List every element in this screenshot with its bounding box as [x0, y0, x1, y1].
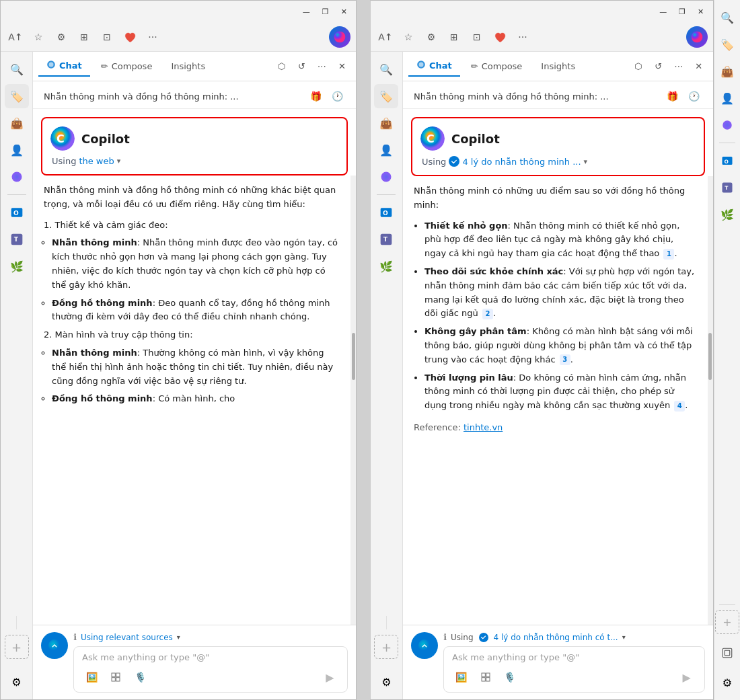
intro-para-right: Nhẫn thông minh có những ưu điểm sau so …	[414, 184, 697, 212]
favorites-icon-left[interactable]: ☆	[29, 28, 48, 46]
side-tag-icon-left[interactable]: 🏷️	[5, 84, 29, 108]
copilot-button-right[interactable]	[686, 26, 708, 48]
new-tab-btn-right[interactable]: ⬡	[630, 58, 647, 75]
far-right-teams[interactable]: T	[715, 176, 739, 200]
close-btn-left[interactable]: ✕	[337, 5, 350, 18]
more-options-btn-right[interactable]: ⋯	[670, 58, 688, 75]
scrollbar-right[interactable]	[708, 176, 713, 625]
scrollbar-left[interactable]	[350, 176, 356, 625]
input-source-badge-left[interactable]: Using relevant sources	[81, 633, 173, 642]
section2-item1-left: Nhẫn thông minh: Thường không có màn hìn…	[52, 346, 340, 388]
input-source-badge-right[interactable]: 4 lý do nhẫn thông minh có t...	[494, 633, 618, 642]
scrollbar-thumb-right[interactable]	[708, 333, 712, 380]
image-input-icon-left[interactable]: 🖼️	[82, 668, 101, 687]
split-view-icon-right[interactable]: ⊞	[445, 28, 464, 46]
side-outlook-icon-right[interactable]: O	[374, 200, 398, 225]
send-button-left[interactable]: ▶	[320, 668, 339, 687]
far-right-capture[interactable]	[718, 644, 737, 662]
far-right-search[interactable]: 🔍	[715, 5, 739, 30]
new-tab-btn-left[interactable]: ⬡	[272, 58, 290, 75]
side-bag-icon-right[interactable]: 👜	[374, 111, 398, 135]
tab-compose-left[interactable]: ✏️ Compose	[93, 57, 161, 75]
copilot-fab-right[interactable]	[411, 632, 438, 659]
far-right-add[interactable]: +	[715, 610, 739, 634]
far-right-settings[interactable]: ⚙️	[715, 670, 739, 695]
far-right-outlook[interactable]: O	[715, 149, 739, 173]
minimize-btn-left[interactable]: —	[299, 5, 313, 18]
copilot-fab-left[interactable]	[41, 632, 68, 659]
side-bag-icon-left[interactable]: 👜	[5, 111, 29, 135]
input-box-right[interactable]: Ask me anything or type "@" 🖼️ 🎙️ ▶	[443, 646, 705, 693]
tab-chat-left[interactable]: Chat	[38, 56, 90, 77]
side-add-icon-left[interactable]: +	[5, 635, 29, 659]
side-tag-icon-right[interactable]: 🏷️	[374, 84, 398, 108]
side-teams-icon-left[interactable]: T	[5, 227, 29, 251]
grid-input-icon-left[interactable]	[106, 668, 125, 687]
close-panel-btn-right[interactable]: ✕	[690, 58, 708, 75]
reference-link-right[interactable]: tinhte.vn	[464, 422, 503, 432]
more-icon-right[interactable]: ···	[513, 28, 532, 46]
side-add-icon-right[interactable]: +	[374, 635, 398, 659]
send-button-right[interactable]: ▶	[677, 668, 696, 687]
tab-insights-right[interactable]: Insights	[533, 57, 583, 75]
side-settings-icon-right[interactable]: ⚙️	[374, 670, 398, 694]
side-plant-icon-right[interactable]: 🌿	[374, 254, 398, 278]
refresh-btn-right[interactable]: ↺	[650, 58, 667, 75]
using-source-link-right[interactable]: 4 lý do nhẫn thông minh ...	[462, 157, 581, 167]
source-chevron-left[interactable]: ▾	[177, 633, 180, 641]
maximize-btn-right[interactable]: ❐	[675, 5, 689, 18]
font-icon-left[interactable]: A↑	[6, 28, 25, 46]
chat-content-right[interactable]: Nhẫn thông minh có những ưu điểm sau so …	[403, 176, 708, 625]
far-right-user[interactable]: 👤	[715, 86, 739, 110]
tab-insights-left[interactable]: Insights	[163, 57, 213, 75]
scrollbar-thumb-left[interactable]	[352, 333, 355, 380]
split-view-icon-left[interactable]: ⊞	[75, 28, 94, 46]
using-web-link-left[interactable]: the web	[79, 156, 114, 166]
maximize-btn-left[interactable]: ❐	[318, 5, 332, 18]
tab-compose-right[interactable]: ✏️ Compose	[463, 57, 531, 75]
extensions-icon-left[interactable]: ⚙	[52, 28, 71, 46]
far-right-plant[interactable]: 🌿	[715, 202, 739, 227]
tab-chat-right[interactable]: Chat	[408, 56, 460, 77]
mic-input-icon-left[interactable]: 🎙️	[131, 668, 149, 687]
svg-point-22	[418, 63, 423, 67]
side-user-icon-left[interactable]: 👤	[5, 138, 29, 162]
source-chevron-right[interactable]: ▾	[622, 633, 626, 641]
side-teams-icon-right[interactable]: T	[374, 227, 398, 251]
far-right-bag[interactable]: 👜	[715, 59, 739, 83]
grid-input-icon-right[interactable]	[476, 668, 495, 687]
far-right-circle[interactable]	[715, 113, 739, 137]
gift-icon-right[interactable]: 🎁	[665, 88, 681, 104]
favorites-icon-right[interactable]: ☆	[399, 28, 418, 46]
history-icon-right[interactable]: 🕐	[686, 88, 702, 104]
close-btn-right[interactable]: ✕	[694, 5, 708, 18]
close-panel-btn-left[interactable]: ✕	[333, 58, 350, 75]
browser-essentials-icon-right[interactable]: ⊡	[468, 28, 486, 46]
browser-essentials-icon-left[interactable]: ⊡	[98, 28, 116, 46]
far-right-tag[interactable]: 🏷️	[715, 32, 739, 56]
chat-content-left[interactable]: Nhẫn thông minh và đồng hồ thông minh có…	[33, 176, 350, 625]
side-search-icon-left[interactable]: 🔍	[5, 57, 29, 81]
health-icon-right[interactable]	[490, 28, 509, 46]
side-outlook-icon-left[interactable]: O	[5, 200, 29, 225]
health-icon-left[interactable]	[120, 28, 139, 46]
side-search-icon-right[interactable]: 🔍	[374, 57, 398, 81]
mic-input-icon-right[interactable]: 🎙️	[501, 668, 519, 687]
side-plant-icon-left[interactable]: 🌿	[5, 254, 29, 278]
font-icon-right[interactable]: A↑	[376, 28, 395, 46]
side-divider-left	[7, 194, 26, 195]
extensions-icon-right[interactable]: ⚙	[422, 28, 441, 46]
more-icon-left[interactable]: ···	[143, 28, 162, 46]
minimize-btn-right[interactable]: —	[657, 5, 670, 18]
side-circle-icon-left[interactable]	[5, 165, 29, 189]
side-settings-icon-left[interactable]: ⚙️	[5, 670, 29, 694]
copilot-button-left[interactable]	[329, 26, 350, 48]
image-input-icon-right[interactable]: 🖼️	[452, 668, 471, 687]
input-box-left[interactable]: Ask me anything or type "@" 🖼️ 🎙️ ▶	[73, 646, 348, 693]
history-icon-left[interactable]: 🕐	[329, 88, 345, 104]
side-circle-icon-right[interactable]	[374, 165, 398, 189]
side-user-icon-right[interactable]: 👤	[374, 138, 398, 162]
more-options-btn-left[interactable]: ⋯	[313, 58, 330, 75]
refresh-btn-left[interactable]: ↺	[293, 58, 310, 75]
gift-icon-left[interactable]: 🎁	[307, 88, 324, 104]
